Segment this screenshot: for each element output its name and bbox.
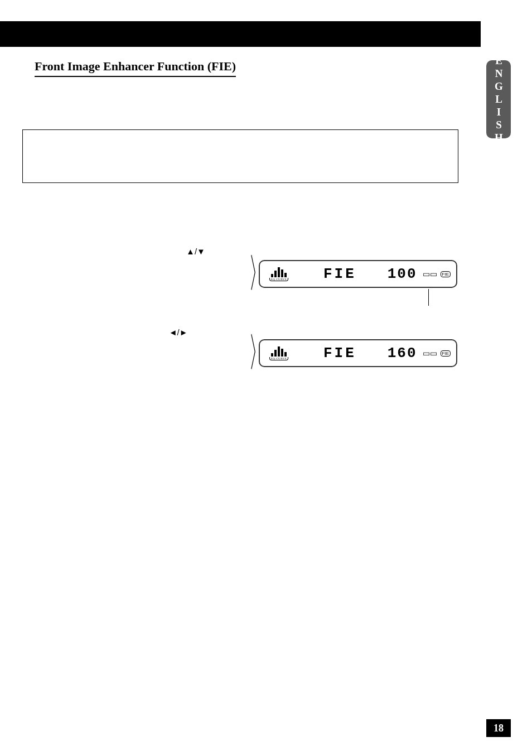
fie-badge-icon: FIE (441, 350, 451, 357)
page-number: 18 (486, 719, 511, 737)
header-black-bar (0, 21, 481, 47)
left-right-icon: ◄/► (169, 328, 188, 337)
final-note-bullet-1: After switching the FIE function ON, sel… (35, 411, 458, 434)
step-1: 1. Press the AUDIO button and select the… (35, 204, 458, 216)
step-2-mid: buttons. (35, 260, 61, 269)
step-2-lead: 2. Switch the FIE function ON/OFF with t… (35, 247, 186, 256)
lcd1-mode: FIE (298, 266, 382, 282)
step-3-range: 100 ↔ 160 ↔ 250 (Hz) (35, 344, 115, 353)
fie-indicator-label: "FIE" indicator (385, 306, 425, 314)
cassette-icon: ▭▭ (423, 349, 437, 358)
step-2: 2. Switch the FIE function ON/OFF with t… (35, 245, 230, 271)
language-tab: ENGLISH (486, 60, 511, 138)
lcd2-mode: FIE (298, 345, 382, 362)
lcd2-right-icons: ▭▭ FIE (423, 349, 451, 358)
page-number-value: 18 (494, 723, 504, 734)
step-3: 3. Select the desired frequency with the… (35, 326, 230, 355)
lcd2-value: 160 (388, 345, 417, 362)
section-heading: Front Image Enhancer Function (FIE) (35, 59, 236, 77)
lcd1-right-icons: ▭▭ FIE (423, 269, 451, 278)
up-down-icon: ▲/▼ (186, 247, 205, 256)
lcd-display-2: EQ CURVE FIE 160 ▭▭ FIE (259, 339, 457, 367)
eq-curve-icon: EQ CURVE (265, 265, 292, 283)
cassette-icon: ▭▭ (423, 269, 437, 278)
lcd1-value: 100 (388, 266, 417, 282)
precaution-box: Precaution: When the FIE function is dea… (22, 129, 458, 183)
eq-curve-label: EQ CURVE (269, 357, 288, 360)
precaution-body: When the FIE function is deactivated, th… (31, 151, 450, 174)
lcd-display-1: EQ CURVE FIE 100 ▭▭ FIE (259, 260, 457, 288)
fie-badge-icon: FIE (441, 271, 451, 277)
step-3-lead: 3. Select the desired frequency with the (35, 328, 169, 337)
eq-curve-icon: EQ CURVE (265, 344, 292, 362)
final-note-title: Note: (35, 399, 458, 411)
intro-paragraph: The FIE (Front Image Enhancer) function … (35, 84, 458, 119)
step-3-mid: buttons. (190, 328, 216, 337)
final-note: Note: After switching the FIE function O… (35, 399, 458, 446)
eq-curve-label: EQ CURVE (269, 278, 288, 281)
indicator-line (428, 289, 429, 306)
final-note-bullet-2: Switch the FIE function OFF when using a… (35, 434, 458, 446)
language-tab-label: ENGLISH (492, 55, 505, 145)
precaution-title: Precaution: (31, 136, 450, 147)
